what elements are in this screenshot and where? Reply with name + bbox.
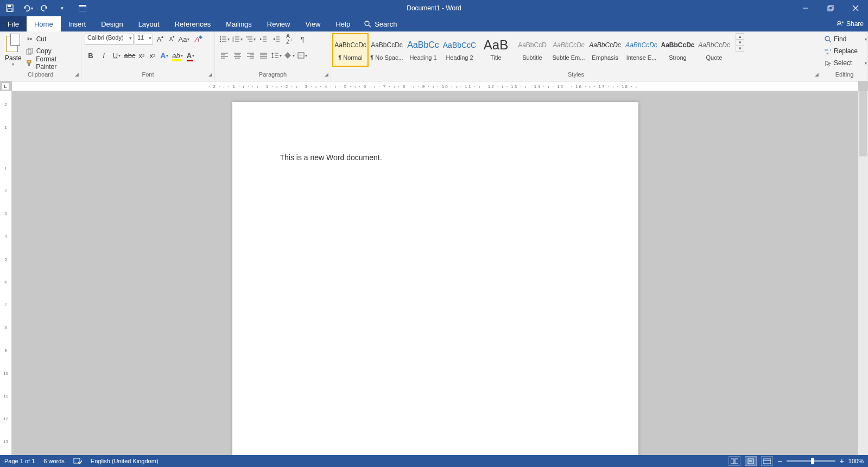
vertical-ruler[interactable]: 211234567891011121314 xyxy=(0,91,12,455)
format-painter-button[interactable]: Format Painter xyxy=(26,58,78,68)
tab-view[interactable]: View xyxy=(297,16,328,31)
subscript-button[interactable]: x2 xyxy=(137,50,147,61)
undo-button[interactable]: ▾ xyxy=(20,1,35,16)
find-icon xyxy=(825,36,832,43)
justify-button[interactable] xyxy=(257,50,269,61)
decrease-indent-button[interactable] xyxy=(257,34,269,45)
tab-review[interactable]: Review xyxy=(259,16,298,31)
tab-file[interactable]: File xyxy=(0,16,27,31)
grow-font-button[interactable]: A▴ xyxy=(154,34,166,45)
save-button[interactable] xyxy=(2,1,17,16)
document-page[interactable]: This is a new Word document. xyxy=(232,102,638,455)
redo-button[interactable] xyxy=(37,1,52,16)
replace-icon: abac xyxy=(825,48,832,55)
font-size-combo[interactable]: 11 xyxy=(135,34,153,45)
status-words[interactable]: 6 words xyxy=(43,458,65,464)
close-button[interactable] xyxy=(843,0,868,16)
align-center-button[interactable] xyxy=(231,50,243,61)
strikethrough-button[interactable]: abc xyxy=(124,50,136,61)
paste-button[interactable]: Paste ▾ xyxy=(3,34,23,67)
svg-line-62 xyxy=(829,40,831,42)
gallery-up-button[interactable]: ▴ xyxy=(736,34,744,40)
zoom-out-button[interactable]: − xyxy=(777,457,782,465)
tab-design[interactable]: Design xyxy=(93,16,130,31)
italic-button[interactable]: I xyxy=(98,50,110,61)
vertical-scrollbar[interactable] xyxy=(858,91,868,455)
minimize-button[interactable] xyxy=(793,0,818,16)
tab-insert[interactable]: Insert xyxy=(61,16,94,31)
style-quote[interactable]: AaBbCcDcQuote xyxy=(696,33,732,67)
show-marks-button[interactable]: ¶ xyxy=(296,34,308,45)
underline-button[interactable]: U▾ xyxy=(111,50,123,61)
style-strong[interactable]: AaBbCcDcStrong xyxy=(660,33,696,67)
status-spellcheck-icon[interactable] xyxy=(73,457,82,465)
status-page[interactable]: Page 1 of 1 xyxy=(4,458,35,464)
bullets-button[interactable]: ▾ xyxy=(218,34,230,45)
gallery-down-button[interactable]: ▾ xyxy=(736,40,744,46)
svg-rect-6 xyxy=(828,7,832,11)
text-effects-button[interactable]: A▾ xyxy=(159,50,170,61)
share-icon xyxy=(837,20,844,28)
tab-home[interactable]: Home xyxy=(27,16,61,31)
zoom-level[interactable]: 100% xyxy=(848,458,864,464)
style-subtitle[interactable]: AaBbCcDSubtitle xyxy=(514,33,550,67)
change-case-button[interactable]: Aa▾ xyxy=(178,34,190,45)
style-heading1[interactable]: AaBbCcHeading 1 xyxy=(405,33,441,67)
cut-button[interactable]: ✂Cut xyxy=(26,34,78,45)
shrink-font-button[interactable]: A▾ xyxy=(167,34,177,45)
font-launcher[interactable]: ◢ xyxy=(208,72,212,77)
tab-layout[interactable]: Layout xyxy=(131,16,167,31)
maximize-button[interactable] xyxy=(818,0,843,16)
style-no-spacing[interactable]: AaBbCcDc¶ No Spac... xyxy=(369,33,405,67)
styles-launcher[interactable]: ◢ xyxy=(815,72,819,77)
font-name-combo[interactable]: Calibri (Body) xyxy=(85,34,134,45)
web-layout-button[interactable] xyxy=(761,456,773,466)
clipboard-launcher[interactable]: ◢ xyxy=(75,72,79,77)
style-emphasis[interactable]: AaBbCcDcEmphasis xyxy=(587,33,623,67)
search-box[interactable]: Search xyxy=(364,16,397,31)
shading-button[interactable]: ▾ xyxy=(283,50,295,61)
print-layout-button[interactable] xyxy=(745,456,757,466)
qat-customize-button[interactable]: ▾ xyxy=(54,1,69,16)
align-left-button[interactable] xyxy=(218,50,230,61)
tab-references[interactable]: References xyxy=(167,16,218,31)
select-button[interactable]: Select▾ xyxy=(825,58,867,68)
ribbon-display-options[interactable] xyxy=(72,0,93,16)
clear-formatting-button[interactable]: A◆ xyxy=(191,34,203,45)
sort-button[interactable]: AZ↓ xyxy=(283,34,295,45)
style-heading2[interactable]: AaBbCcCHeading 2 xyxy=(441,33,478,67)
copy-button[interactable]: Copy xyxy=(26,46,78,56)
find-button[interactable]: Find▾ xyxy=(825,34,867,45)
gallery-more-button[interactable]: ▾ xyxy=(736,46,744,51)
status-language[interactable]: English (United Kingdom) xyxy=(91,458,159,464)
svg-text:ac: ac xyxy=(826,52,829,55)
svg-point-12 xyxy=(838,21,841,24)
numbering-button[interactable]: 123▾ xyxy=(231,34,243,45)
tab-selector[interactable]: L xyxy=(2,83,9,90)
multilevel-list-button[interactable]: ▾ xyxy=(244,34,256,45)
align-right-button[interactable] xyxy=(244,50,256,61)
share-button[interactable]: Share xyxy=(837,16,864,31)
highlight-button[interactable]: ab▾ xyxy=(172,50,183,61)
font-color-button[interactable]: A▾ xyxy=(185,50,197,61)
style-title[interactable]: AaBTitle xyxy=(478,33,514,67)
horizontal-ruler[interactable]: · 2 · ı · 1 · ı · · ı · 1 · ı · 2 · ı · … xyxy=(12,81,858,91)
zoom-in-button[interactable]: + xyxy=(840,457,844,465)
zoom-slider[interactable] xyxy=(787,460,835,462)
tab-mailings[interactable]: Mailings xyxy=(218,16,259,31)
borders-button[interactable]: ▾ xyxy=(296,50,308,61)
tab-help[interactable]: Help xyxy=(328,16,358,31)
superscript-button[interactable]: x2 xyxy=(148,50,157,61)
bold-button[interactable]: B xyxy=(85,50,97,61)
style-subtle-emphasis[interactable]: AaBbCcDcSubtle Em... xyxy=(550,33,587,67)
search-icon xyxy=(364,21,371,28)
read-mode-button[interactable] xyxy=(728,456,740,466)
scrollbar-thumb[interactable] xyxy=(859,91,867,156)
style-intense-emphasis[interactable]: AaBbCcDcIntense E... xyxy=(623,33,660,67)
increase-indent-button[interactable] xyxy=(270,34,282,45)
paragraph-launcher[interactable]: ◢ xyxy=(325,72,328,77)
line-spacing-button[interactable]: ▾ xyxy=(270,50,282,61)
style-normal[interactable]: AaBbCcDc¶ Normal xyxy=(332,33,369,67)
replace-button[interactable]: abacReplace xyxy=(825,46,867,56)
document-body-text[interactable]: This is a new Word document. xyxy=(280,153,382,162)
